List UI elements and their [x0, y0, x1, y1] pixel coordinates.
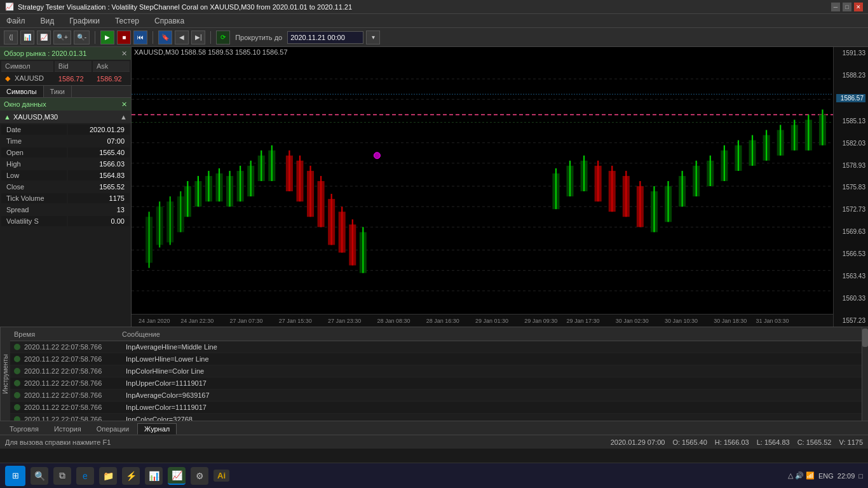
price-1566: 1566.53	[836, 250, 865, 257]
taskbar-app1[interactable]: 📊	[145, 467, 163, 485]
field-value: 1566.03	[68, 159, 130, 169]
tb-back-button[interactable]: ⟨|	[4, 30, 18, 44]
taskbar-task-view[interactable]: ⧉	[53, 467, 71, 485]
toolbar: ⟨| 📊 📈 🔍+ 🔍- ▶ ■ ⏮ 🔖 ◀ ▶| ⟳ Прокрутить д…	[0, 28, 868, 47]
svg-rect-51	[352, 219, 353, 265]
market-overview-close[interactable]: ✕	[121, 50, 127, 58]
svg-rect-83	[752, 135, 753, 166]
log-time: 2020.11.22 22:07:58.766	[24, 403, 126, 411]
svg-rect-41	[299, 156, 301, 201]
log-col-msg: Сообщение	[122, 330, 858, 338]
tab-symbols[interactable]: Символы	[0, 86, 44, 97]
log-row[interactable]: 2020.11.22 22:07:58.766InpColorColor=327…	[10, 414, 862, 421]
symbol-row-xauusd[interactable]: ◆ XAUUSD 1586.72 1586.92	[1, 73, 130, 84]
log-row[interactable]: 2020.11.22 22:07:58.766InpAverageColor=9…	[10, 390, 862, 402]
menu-view[interactable]: Вид	[37, 15, 58, 27]
log-row[interactable]: 2020.11.22 22:07:58.766InpUpperColor=111…	[10, 377, 862, 390]
menu-help[interactable]: Справка	[151, 15, 188, 27]
market-overview: Обзор рынка : 2020.01.31 ✕ Символ Bid As…	[0, 47, 131, 86]
taskbar-edge[interactable]: e	[76, 467, 94, 485]
taskbar-app2[interactable]: ⚙	[191, 467, 208, 485]
field-label: Volatility S	[1, 216, 67, 226]
tb-scroll-to-button[interactable]: ⟳	[216, 30, 230, 44]
taskbar-right: △ 🔊 📶 ENG 22:09 □	[788, 471, 863, 480]
tb-candle-button[interactable]: 📊	[20, 30, 34, 44]
price-1557: 1557.23	[836, 317, 865, 324]
log-row[interactable]: 2020.11.22 22:07:58.766InpLowerHline=Low…	[10, 353, 862, 365]
price-current: 1586.57	[836, 94, 865, 102]
data-field-row: Close1565.52	[1, 182, 130, 192]
data-window-close[interactable]: ✕	[121, 100, 127, 109]
log-row[interactable]: 2020.11.22 22:07:58.766InpAverageHline=M…	[10, 341, 862, 353]
taskbar-vscode[interactable]: ⚡	[122, 467, 140, 485]
svg-rect-13	[148, 212, 149, 268]
side-label[interactable]: Инструменты	[0, 327, 10, 421]
taskbar-time: 22:09	[837, 472, 855, 480]
chart-area[interactable]: XAUUSD,M30 1588.58 1589.53 1585.10 1586.…	[132, 47, 868, 327]
field-value: 1175	[68, 193, 130, 203]
tb-prev-button[interactable]: ◀	[175, 30, 189, 44]
log-container: Инструменты Время Сообщение 2020.11.22 2…	[0, 327, 868, 421]
menu-file[interactable]: Файл	[3, 15, 29, 27]
tb-stop-button[interactable]: ■	[117, 30, 131, 44]
btab-history[interactable]: История	[47, 423, 88, 435]
field-value: 13	[68, 205, 130, 215]
btab-operations[interactable]: Операции	[90, 423, 136, 435]
field-label: Spread	[1, 205, 67, 215]
log-row[interactable]: 2020.11.22 22:07:58.766InpColorHline=Col…	[10, 365, 862, 377]
log-dot	[14, 404, 20, 410]
scroll-to-label: Прокрутить до	[235, 34, 282, 41]
scroll-to-input[interactable]	[287, 31, 363, 44]
tb-line-button[interactable]: 📈	[37, 30, 51, 44]
tb-zoom-in[interactable]: 🔍+	[53, 30, 71, 44]
minimize-button[interactable]: ─	[831, 3, 840, 11]
status-date: 2020.01.29 07:00	[611, 438, 665, 446]
btab-journal[interactable]: Журнал	[137, 423, 177, 435]
svg-rect-65	[625, 171, 627, 217]
tb-rewind-button[interactable]: ⏮	[133, 30, 147, 44]
taskbar-search[interactable]: 🔍	[31, 467, 48, 485]
time-scale: 24 Jan 2020 24 Jan 22:30 27 Jan 07:30 27…	[132, 314, 833, 327]
window-controls: ─ □ ✕	[831, 3, 863, 11]
log-msg: InpLowerHline=Lower Line	[126, 355, 858, 363]
log-row[interactable]: 2020.11.22 22:07:58.766InpLowerColor=111…	[10, 402, 862, 414]
btab-trading[interactable]: Торговля	[3, 423, 46, 435]
close-button[interactable]: ✕	[854, 3, 863, 11]
svg-rect-53	[362, 227, 363, 273]
tray-notification[interactable]: □	[858, 472, 863, 480]
tb-play-button[interactable]: ▶	[100, 30, 114, 44]
tb-bookmark-button[interactable]: 🔖	[158, 30, 172, 44]
tb-next-button[interactable]: ▶|	[191, 30, 205, 44]
data-field-row: High1566.03	[1, 159, 130, 169]
data-field-row: Low1564.83	[1, 170, 130, 180]
scroll-to-dropdown[interactable]: ▾	[366, 30, 380, 44]
menu-tester[interactable]: Тестер	[111, 15, 143, 27]
svg-rect-81	[738, 140, 739, 171]
status-high: H: 1566.03	[715, 438, 749, 446]
tray-icons: △ 🔊 📶	[788, 471, 815, 480]
data-window-collapse[interactable]: ▲	[120, 113, 127, 121]
field-value: 1565.40	[68, 147, 130, 158]
svg-rect-19	[180, 191, 181, 232]
tb-zoom-out[interactable]: 🔍-	[74, 30, 90, 44]
taskbar-mt5[interactable]: 📈	[168, 467, 186, 485]
log-scrollbar[interactable]	[862, 327, 868, 421]
svg-rect-27	[219, 168, 220, 201]
menu-charts[interactable]: Графики	[65, 15, 104, 27]
svg-rect-75	[696, 161, 697, 196]
tab-ticks[interactable]: Тики	[44, 86, 72, 97]
price-1588: 1588.23	[836, 72, 865, 79]
col-bid: Bid	[55, 61, 92, 72]
left-panel: Обзор рынка : 2020.01.31 ✕ Символ Bid As…	[0, 47, 132, 327]
log-time: 2020.11.22 22:07:58.766	[24, 391, 126, 399]
log-scroll-area[interactable]: 2020.11.22 22:07:58.766InpAverageHline=M…	[10, 341, 862, 421]
taskbar-ai-label[interactable]: Ai	[214, 470, 229, 482]
taskbar-explorer[interactable]: 📁	[99, 467, 117, 485]
start-button[interactable]: ⊞	[5, 466, 25, 486]
chart-canvas	[132, 58, 833, 314]
log-msg: InpUpperColor=11119017	[126, 379, 858, 387]
data-window-title: Окно данных	[4, 100, 46, 108]
svg-point-94	[374, 152, 380, 159]
log-dot	[14, 344, 20, 350]
maximize-button[interactable]: □	[843, 3, 851, 11]
